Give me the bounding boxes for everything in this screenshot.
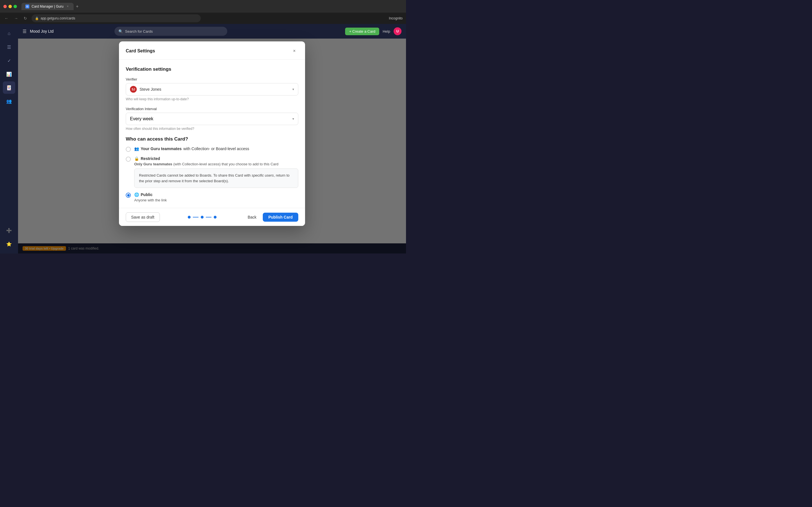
sidebar-item-home[interactable]: ⌂ — [3, 27, 15, 40]
cards-icon: 🃏 — [6, 85, 12, 91]
access-option-teammates[interactable]: 👥 Your Guru teammates with Collection- o… — [126, 147, 298, 152]
my-items-icon: ☰ — [7, 45, 11, 50]
sidebar-item-invite[interactable]: ➕ — [3, 224, 15, 237]
tab-label: Card Manager | Guru — [32, 4, 63, 8]
url-text: app.getguru.com/cards — [41, 16, 75, 20]
access-option-public[interactable]: 🌐 Public Anyone with the link — [126, 192, 298, 202]
restricted-info-box: Restricted Cards cannot be added to Boar… — [134, 168, 298, 188]
close-window-button[interactable] — [3, 5, 7, 8]
modal-overlay: Card Settings × Verification settings V — [18, 39, 406, 253]
verifier-hint: Who will keep this information up-to-dat… — [126, 97, 298, 101]
close-icon: × — [293, 48, 296, 54]
tab-close-button[interactable]: × — [66, 4, 70, 8]
modal-header: Card Settings × — [119, 41, 305, 60]
main-content: ☰ Mood Joy Ltd 🔍 Search for Cards + Crea… — [18, 24, 406, 253]
lock-icon: 🔒 — [35, 17, 39, 20]
step-line-1 — [193, 217, 199, 217]
teammates-label: 👥 Your Guru teammates with Collection- o… — [134, 147, 298, 151]
top-bar-right: + Create a Card Help U — [345, 27, 402, 35]
verifier-group: Verifier SJ Steve Jones ▾ Who will keep … — [126, 77, 298, 101]
interval-dropdown[interactable]: Every week ▾ — [126, 113, 298, 125]
footer-right: Back Publish Card — [245, 213, 298, 222]
active-tab[interactable]: G Card Manager | Guru × — [21, 3, 73, 10]
star-icon: ⭐ — [6, 241, 12, 247]
incognito-label: Incognito — [389, 16, 403, 20]
teammates-label-suffix: with Collection- or Board-level access — [183, 147, 249, 151]
minimize-window-button[interactable] — [8, 5, 12, 8]
restricted-label: 🔒 Restricted — [134, 156, 298, 161]
browser-chrome: G Card Manager | Guru × + — [0, 0, 406, 13]
verifier-dropdown[interactable]: SJ Steve Jones ▾ — [126, 83, 298, 96]
back-nav-button[interactable]: ← — [3, 15, 10, 22]
verifier-avatar: SJ — [130, 86, 137, 93]
interval-hint: How often should this information be ver… — [126, 127, 298, 131]
sidebar-item-teams[interactable]: 👥 — [3, 95, 15, 107]
public-radio-content: 🌐 Public Anyone with the link — [134, 192, 298, 202]
forward-nav-button[interactable]: → — [13, 15, 19, 22]
interval-label: Verification Interval — [126, 107, 298, 111]
search-icon: 🔍 — [118, 29, 123, 34]
top-bar: ☰ Mood Joy Ltd 🔍 Search for Cards + Crea… — [18, 24, 406, 39]
access-section: Who can access this Card? 👥 Your Guru te… — [126, 136, 298, 202]
invite-icon: ➕ — [6, 228, 12, 233]
card-settings-modal: Card Settings × Verification settings V — [119, 41, 305, 226]
sidebar-item-analytics[interactable]: 📊 — [3, 68, 15, 80]
step-dot-1 — [188, 216, 191, 219]
restricted-sublabel-bold: Only Guru teammates — [134, 162, 172, 166]
restricted-radio-content: 🔒 Restricted Only Guru teammates (with C… — [134, 156, 298, 188]
search-placeholder: Search for Cards — [125, 29, 153, 34]
create-card-button[interactable]: + Create a Card — [345, 27, 379, 35]
search-bar[interactable]: 🔍 Search for Cards — [114, 27, 227, 36]
teammates-radio-content: 👥 Your Guru teammates with Collection- o… — [134, 147, 298, 151]
traffic-lights — [3, 5, 17, 8]
restricted-icon: 🔒 — [134, 156, 139, 161]
home-icon: ⌂ — [8, 31, 10, 36]
sidebar-item-upgrade[interactable]: ⭐ — [3, 238, 15, 250]
org-name: Mood Joy Ltd — [30, 29, 54, 34]
maximize-window-button[interactable] — [13, 5, 17, 8]
app-background: ⌂ ☰ ✓ 📊 🃏 👥 ➕ ⭐ ☰ Mood Joy — [0, 24, 406, 253]
tab-bar: G Card Manager | Guru × + — [21, 3, 403, 10]
public-icon: 🌐 — [134, 192, 139, 197]
publish-card-button[interactable]: Publish Card — [263, 213, 298, 222]
access-option-restricted[interactable]: 🔒 Restricted Only Guru teammates (with C… — [126, 156, 298, 188]
verifier-label: Verifier — [126, 77, 298, 81]
sidebar-item-my[interactable]: ☰ — [3, 41, 15, 53]
step-dot-2 — [201, 216, 204, 219]
save-draft-button[interactable]: Save as draft — [126, 212, 160, 222]
new-tab-button[interactable]: + — [73, 3, 81, 10]
public-sublabel: Anyone with the link — [134, 198, 298, 202]
public-radio-button[interactable] — [126, 193, 131, 198]
modal-close-button[interactable]: × — [290, 47, 298, 55]
teammates-radio-button[interactable] — [126, 147, 131, 152]
modal-body: Verification settings Verifier SJ Steve … — [119, 60, 305, 208]
tasks-icon: ✓ — [7, 58, 11, 63]
verifier-name: Steve Jones — [140, 87, 161, 92]
reload-button[interactable]: ↻ — [22, 15, 28, 22]
sidebar-bottom: ➕ ⭐ — [3, 224, 15, 250]
help-button[interactable]: Help — [383, 29, 390, 34]
back-button[interactable]: Back — [245, 213, 260, 222]
sidebar: ⌂ ☰ ✓ 📊 🃏 👥 ➕ ⭐ — [0, 24, 18, 253]
sidebar-item-tasks[interactable]: ✓ — [3, 54, 15, 67]
incognito-area: Incognito — [389, 16, 403, 20]
step-indicator — [188, 216, 216, 219]
hamburger-menu-icon[interactable]: ☰ — [22, 29, 27, 34]
teammates-icon: 👥 — [134, 147, 139, 151]
analytics-icon: 📊 — [6, 71, 12, 77]
restricted-label-bold: Restricted — [141, 156, 160, 161]
chevron-down-icon: ▾ — [292, 87, 294, 91]
verifier-option: SJ Steve Jones — [130, 86, 161, 93]
address-bar: ← → ↻ 🔒 app.getguru.com/cards Incognito — [0, 13, 406, 24]
restricted-sublabel-suffix: (with Collection-level access) that you … — [173, 162, 278, 166]
verification-section-title: Verification settings — [126, 66, 298, 72]
restricted-info-text: Restricted Cards cannot be added to Boar… — [139, 173, 290, 183]
chevron-down-icon: ▾ — [292, 117, 294, 121]
url-bar[interactable]: 🔒 app.getguru.com/cards — [32, 14, 201, 22]
step-dot-3 — [214, 216, 216, 219]
avatar: U — [394, 27, 402, 35]
tab-favicon: G — [26, 4, 29, 8]
restricted-radio-button[interactable] — [126, 157, 131, 162]
sidebar-item-cards[interactable]: 🃏 — [3, 81, 15, 94]
interval-group: Verification Interval Every week ▾ How o… — [126, 107, 298, 131]
